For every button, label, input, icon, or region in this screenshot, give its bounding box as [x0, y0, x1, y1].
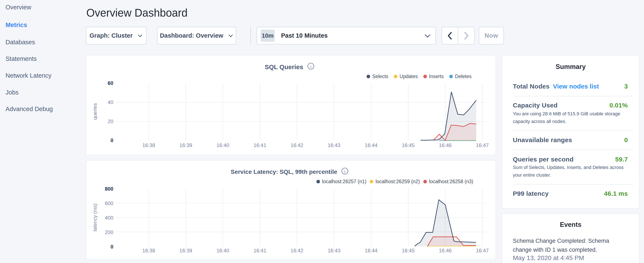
svg-text:16:39: 16:39: [180, 248, 192, 253]
svg-text:16:40: 16:40: [216, 142, 229, 148]
svg-text:0: 0: [110, 137, 113, 143]
svg-text:16:41: 16:41: [254, 142, 266, 148]
svg-text:queries: queries: [92, 103, 98, 120]
svg-text:16:38: 16:38: [142, 248, 155, 253]
svg-text:16:47: 16:47: [476, 248, 489, 253]
svg-text:i: i: [344, 169, 346, 174]
svg-text:16:41: 16:41: [254, 248, 266, 253]
svg-text:20: 20: [108, 119, 113, 124]
svg-text:16:40: 16:40: [216, 248, 229, 253]
svg-text:16:39: 16:39: [180, 142, 192, 148]
svg-text:16:42: 16:42: [291, 248, 304, 253]
svg-text:60: 60: [108, 80, 113, 86]
svg-text:16:43: 16:43: [328, 248, 340, 253]
svg-text:16:38: 16:38: [142, 142, 155, 148]
svg-text:200: 200: [105, 229, 113, 235]
svg-text:latency (ms): latency (ms): [92, 204, 98, 231]
svg-text:16:44: 16:44: [365, 142, 378, 148]
svg-text:16:44: 16:44: [365, 248, 378, 253]
svg-text:i: i: [310, 64, 312, 69]
svg-text:16:46: 16:46: [439, 142, 452, 148]
svg-text:16:42: 16:42: [291, 142, 304, 148]
svg-text:0: 0: [110, 244, 113, 249]
svg-text:16:45: 16:45: [402, 142, 414, 148]
svg-text:16:46: 16:46: [439, 248, 452, 253]
svg-text:400: 400: [105, 215, 113, 221]
svg-text:40: 40: [108, 99, 113, 105]
svg-text:800: 800: [105, 186, 113, 192]
svg-text:16:43: 16:43: [328, 142, 340, 148]
svg-text:16:47: 16:47: [476, 142, 489, 148]
svg-text:16:45: 16:45: [402, 248, 414, 253]
svg-text:600: 600: [105, 200, 113, 206]
